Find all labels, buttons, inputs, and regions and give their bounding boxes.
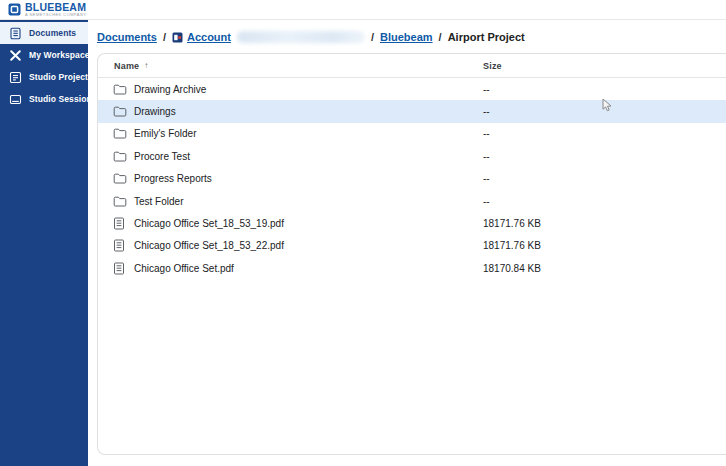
table-row[interactable]: Drawing Archive --: [98, 78, 726, 100]
row-name-cell: Chicago Office Set_18_53_22.pdf: [98, 239, 284, 252]
pdf-file-icon: [113, 239, 127, 252]
workspace-icon: [9, 49, 22, 62]
table-header-row: Name ↑ Size: [98, 54, 726, 78]
sort-ascending-icon: ↑: [144, 61, 148, 70]
sessions-icon: [9, 93, 22, 106]
column-header-size[interactable]: Size: [483, 61, 502, 71]
sidebar-item-label: Studio Projects: [29, 72, 93, 82]
row-name-cell: Chicago Office Set_18_53_19.pdf: [98, 217, 284, 230]
sidebar-item-studio-sessions[interactable]: Studio Sessions: [0, 88, 88, 110]
item-name: Chicago Office Set.pdf: [134, 263, 234, 274]
breadcrumb-current-page: Airport Project: [448, 31, 525, 43]
folder-icon: [113, 195, 127, 208]
brand-tagline: A NEMETSCHEK COMPANY: [25, 13, 86, 17]
breadcrumb-separator: /: [439, 31, 442, 43]
sidebar: Documents My Workspace Studio Projects: [0, 20, 88, 466]
row-name-cell: Chicago Office Set.pdf: [98, 262, 234, 275]
item-name: Emily's Folder: [134, 128, 196, 139]
item-name: Chicago Office Set_18_53_22.pdf: [134, 240, 284, 251]
item-size: --: [483, 196, 490, 207]
item-size: 18171.76 KB: [483, 240, 541, 251]
item-size: 18171.76 KB: [483, 218, 541, 229]
item-size: --: [483, 106, 490, 117]
bluebeam-logo-icon: [8, 3, 21, 16]
bluebeam-logo[interactable]: BLUEBEAM A NEMETSCHEK COMPANY: [8, 2, 86, 18]
folder-icon: [113, 127, 127, 140]
breadcrumb-account-link[interactable]: Account: [172, 31, 365, 43]
sidebar-item-studio-projects[interactable]: Studio Projects: [0, 66, 88, 88]
item-name: Progress Reports: [134, 173, 212, 184]
breadcrumb-separator: /: [163, 31, 166, 43]
breadcrumb-documents-link[interactable]: Documents: [97, 31, 157, 43]
breadcrumb: Documents / Account / Bluebeam / Airport…: [97, 29, 525, 45]
table-row[interactable]: Progress Reports --: [98, 168, 726, 190]
column-name-label: Name: [114, 61, 139, 71]
item-size: --: [483, 173, 490, 184]
table-row[interactable]: Procore Test --: [98, 145, 726, 167]
item-name: Test Folder: [134, 196, 183, 207]
row-name-cell: Test Folder: [98, 195, 183, 208]
row-name-cell: Procore Test: [98, 150, 190, 163]
item-name: Drawing Archive: [134, 84, 206, 95]
table-body: Drawing Archive -- Drawings --: [98, 78, 726, 280]
pdf-file-icon: [113, 217, 127, 230]
sidebar-item-documents[interactable]: Documents: [0, 22, 88, 44]
table-row[interactable]: Chicago Office Set_18_53_22.pdf 18171.76…: [98, 235, 726, 257]
row-name-cell: Progress Reports: [98, 172, 212, 185]
projects-icon: [9, 71, 22, 84]
folder-icon: [113, 83, 127, 96]
folder-icon: [113, 150, 127, 163]
organization-icon: [172, 32, 183, 43]
sidebar-item-label: Documents: [29, 28, 76, 38]
row-name-cell: Drawing Archive: [98, 83, 206, 96]
table-row[interactable]: Test Folder --: [98, 190, 726, 212]
folder-icon: [113, 105, 127, 118]
item-size: 18170.84 KB: [483, 263, 541, 274]
top-header-bar: BLUEBEAM A NEMETSCHEK COMPANY: [0, 0, 726, 20]
folder-icon: [113, 172, 127, 185]
breadcrumb-bluebeam-link[interactable]: Bluebeam: [380, 31, 433, 43]
table-row[interactable]: Drawings --: [98, 100, 726, 122]
row-name-cell: Emily's Folder: [98, 127, 196, 140]
sidebar-item-label: My Workspace: [29, 50, 90, 60]
sidebar-item-my-workspace[interactable]: My Workspace: [0, 44, 88, 66]
table-row[interactable]: Chicago Office Set.pdf 18170.84 KB: [98, 257, 726, 279]
document-icon: [9, 27, 22, 40]
mouse-cursor: [602, 98, 614, 117]
pdf-file-icon: [113, 262, 127, 275]
item-size: --: [483, 151, 490, 162]
sidebar-item-label: Studio Sessions: [29, 94, 97, 104]
table-row[interactable]: Emily's Folder --: [98, 123, 726, 145]
item-size: --: [483, 128, 490, 139]
redacted-account-name: [237, 31, 365, 43]
item-size: --: [483, 84, 490, 95]
row-name-cell: Drawings: [98, 105, 176, 118]
column-header-name[interactable]: Name ↑: [98, 61, 149, 71]
item-name: Procore Test: [134, 151, 190, 162]
table-row[interactable]: Chicago Office Set_18_53_19.pdf 18171.76…: [98, 212, 726, 234]
brand-name: BLUEBEAM: [25, 2, 86, 13]
file-table: Name ↑ Size Drawing Archive --: [97, 53, 726, 455]
item-name: Drawings: [134, 106, 176, 117]
breadcrumb-separator: /: [371, 31, 374, 43]
breadcrumb-account-label: Account: [187, 31, 231, 43]
item-name: Chicago Office Set_18_53_19.pdf: [134, 218, 284, 229]
